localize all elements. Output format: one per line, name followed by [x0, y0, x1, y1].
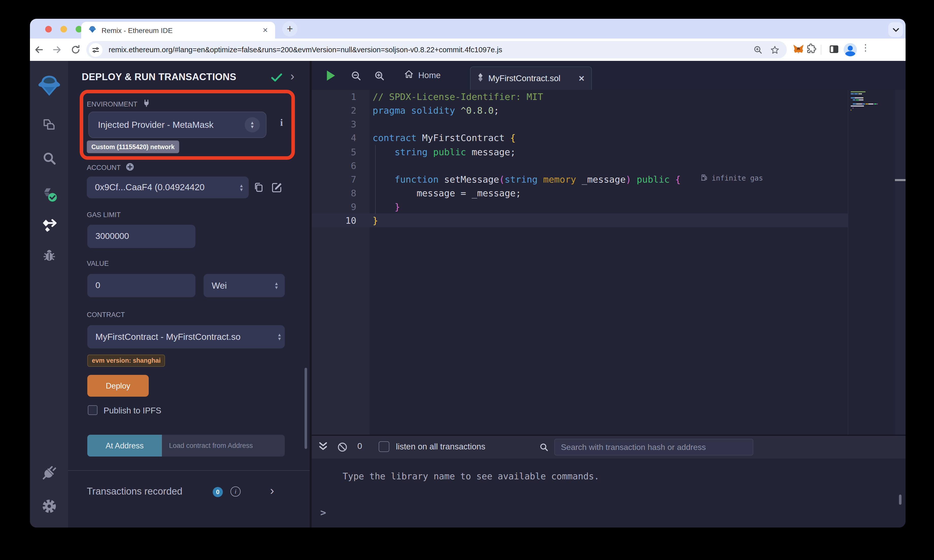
environment-value: Injected Provider - MetaMask — [98, 120, 245, 130]
terminal-search-input[interactable] — [554, 439, 753, 455]
terminal-scrollbar-thumb[interactable] — [899, 495, 902, 505]
code-editor[interactable]: 1// SPDX-License-Identifier: MIT2pragma … — [312, 90, 906, 435]
panel-title: DEPLOY & RUN TRANSACTIONS — [82, 72, 236, 83]
code-line[interactable]: 7 function setMessage(string memory _mes… — [312, 172, 906, 186]
value-input[interactable] — [87, 274, 196, 297]
line-number: 1 — [312, 91, 356, 102]
zoom-in-icon[interactable] — [374, 70, 385, 84]
minimap[interactable] — [848, 90, 895, 435]
remix-favicon-icon — [88, 25, 96, 35]
code-line[interactable]: 9 } — [312, 200, 906, 214]
side-panel-icon[interactable] — [828, 43, 840, 55]
browser-toolbar: remix.ethereum.org/#lang=en&optimize=fal… — [30, 38, 906, 61]
code-line[interactable]: 8 message = _message; — [312, 186, 906, 200]
compile-check-icon — [271, 73, 282, 84]
reload-icon[interactable] — [70, 44, 81, 57]
line-number: 9 — [312, 202, 356, 212]
browser-window: Remix - Ethereum IDE ✕ + re — [30, 19, 906, 528]
browser-menu-icon[interactable]: ⋮ — [861, 42, 870, 53]
listen-transactions-checkbox[interactable] — [379, 441, 389, 452]
file-explorer-icon[interactable] — [30, 117, 68, 132]
deploy-run-panel: DEPLOY & RUN TRANSACTIONS › ENVIRONMENT … — [68, 61, 310, 528]
run-script-icon[interactable] — [327, 71, 335, 81]
close-file-tab-icon[interactable]: ✕ — [578, 74, 585, 83]
code-line[interactable]: 4contract MyFirstContract { — [312, 131, 906, 145]
url-text[interactable]: remix.ethereum.org/#lang=en&optimize=fal… — [109, 46, 753, 54]
value-unit-select[interactable]: Wei ▲▼ — [203, 274, 285, 297]
environment-select[interactable]: Injected Provider - MetaMask ▲▼ — [88, 112, 267, 138]
close-window-button[interactable] — [45, 26, 52, 32]
transactions-info-icon[interactable]: i — [230, 486, 240, 497]
tab-close-icon[interactable]: ✕ — [262, 26, 268, 34]
code-line[interactable]: 6 — [312, 158, 906, 172]
window-controls[interactable] — [45, 26, 82, 32]
panel-scrollbar[interactable] — [305, 368, 307, 449]
at-address-input[interactable] — [162, 435, 285, 457]
address-bar[interactable]: remix.ethereum.org/#lang=en&optimize=fal… — [86, 41, 787, 58]
new-tab-button[interactable]: + — [282, 21, 297, 37]
deploy-run-icon[interactable] — [30, 218, 68, 234]
browser-tab[interactable]: Remix - Ethereum IDE ✕ — [81, 22, 275, 38]
panel-expand-chevron-icon[interactable]: › — [290, 69, 294, 83]
code-line[interactable]: 1// SPDX-License-Identifier: MIT — [312, 90, 906, 103]
metamask-extension-icon[interactable] — [792, 43, 805, 55]
environment-label: ENVIRONMENT — [87, 99, 151, 109]
toolbar-separator — [821, 45, 821, 55]
code-line[interactable]: 10} — [312, 214, 848, 228]
tab-search-button[interactable] — [888, 22, 903, 37]
contract-select[interactable]: MyFirstContract - MyFirstContract.so ▲▼ — [87, 325, 285, 348]
environment-info-icon[interactable]: i — [280, 117, 283, 128]
network-badge: Custom (11155420) network — [87, 140, 179, 153]
forward-icon[interactable] — [51, 44, 62, 57]
line-number: 5 — [312, 146, 356, 157]
profile-avatar[interactable] — [844, 43, 857, 56]
line-number: 3 — [312, 119, 356, 129]
edit-account-icon[interactable] — [271, 182, 283, 193]
plugin-manager-icon[interactable] — [30, 464, 68, 480]
code-line[interactable]: 5 string public message; — [312, 145, 906, 158]
editor-scroll-gutter[interactable] — [895, 90, 906, 435]
page-zoom-icon[interactable] — [753, 45, 763, 55]
editor-region: Home MyFirstContract.sol ✕ 1// SPDX-Lice… — [312, 61, 906, 528]
expand-terminal-icon[interactable] — [319, 442, 327, 454]
tab-home[interactable]: Home — [397, 61, 448, 90]
zoom-out-icon[interactable] — [350, 70, 362, 84]
terminal-prompt[interactable]: > — [320, 507, 326, 518]
tab-title: Remix - Ethereum IDE — [102, 26, 262, 34]
publish-ipfs-checkbox[interactable] — [88, 405, 97, 415]
solidity-compiler-icon[interactable] — [30, 186, 68, 203]
screen: Remix - Ethereum IDE ✕ + re — [0, 0, 934, 560]
transactions-expand-chevron-icon[interactable]: › — [270, 483, 274, 498]
clear-console-icon[interactable] — [337, 442, 348, 454]
extensions-puzzle-icon[interactable] — [806, 43, 817, 54]
terminal-toolbar: 0 listen on all transactions — [312, 436, 906, 458]
terminal[interactable]: Type the library name to see available c… — [312, 458, 906, 528]
remix-logo-icon[interactable] — [30, 73, 68, 98]
code-line[interactable]: 2pragma solidity ^0.8.0; — [312, 103, 906, 117]
account-select[interactable]: 0x9Cf...CaaF4 (0.04924420 ▲▼ — [87, 177, 249, 198]
contract-stepper-icon: ▲▼ — [277, 333, 282, 341]
panel-editor-divider[interactable] — [310, 61, 312, 528]
add-account-icon[interactable] — [125, 162, 134, 173]
at-address-button[interactable]: At Address — [87, 435, 162, 457]
code-line[interactable]: 3 — [312, 117, 906, 131]
search-icon[interactable] — [30, 151, 68, 166]
copy-account-icon[interactable] — [253, 182, 265, 193]
deploy-button[interactable]: Deploy — [87, 375, 149, 397]
evm-version-badge: evm version: shanghai — [87, 355, 165, 367]
back-icon[interactable] — [34, 44, 45, 57]
home-tab-label: Home — [418, 71, 441, 80]
site-settings-icon[interactable] — [89, 43, 103, 57]
settings-gear-icon[interactable] — [30, 498, 68, 514]
minimize-window-button[interactable] — [60, 26, 67, 32]
bookmark-star-icon[interactable] — [770, 45, 780, 55]
gas-limit-input[interactable] — [87, 225, 196, 248]
account-stepper-icon: ▲▼ — [239, 183, 244, 191]
tab-myfirstcontract[interactable]: MyFirstContract.sol ✕ — [470, 66, 592, 90]
contract-label: CONTRACT — [87, 311, 125, 318]
code-lines[interactable]: 1// SPDX-License-Identifier: MIT2pragma … — [312, 90, 906, 228]
debugger-icon[interactable] — [30, 248, 68, 263]
unit-stepper-icon: ▲▼ — [274, 282, 279, 290]
editor-scrollbar-thumb[interactable] — [895, 179, 906, 181]
indent-guide — [375, 145, 376, 214]
